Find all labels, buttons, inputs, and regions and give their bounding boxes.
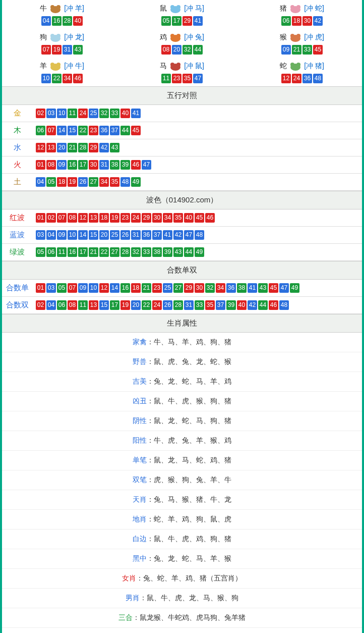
number-ball: 43 (110, 143, 119, 152)
number-ball: 06 (36, 126, 45, 135)
number-ball: 23 (120, 213, 130, 223)
number-ball: 30 (152, 213, 162, 223)
number-ball: 18 (131, 283, 141, 293)
number-ball: 11 (68, 109, 77, 118)
number-ball: 31 (99, 160, 109, 170)
svg-point-10 (50, 34, 54, 38)
number-ball: 35 (205, 300, 215, 310)
svg-point-17 (296, 34, 300, 38)
number-ball: 34 (216, 283, 225, 293)
number-ball: 45 (131, 126, 141, 135)
zodiac-clash: [冲 虎] (304, 33, 324, 42)
main-container: 牛[冲 羊]04162840鼠[冲 马]05172941猪[冲 蛇]061830… (0, 0, 364, 633)
number-ball: 27 (89, 177, 98, 187)
number-ball: 21 (292, 45, 301, 55)
number-ball: 13 (46, 143, 56, 152)
wuxing-table: 金02031011242532334041木060714152223363744… (2, 105, 362, 191)
zodiac-clash: [冲 鼠] (184, 62, 204, 71)
number-ball: 28 (173, 300, 183, 310)
number-ball: 24 (78, 109, 88, 118)
number-ball: 24 (292, 74, 301, 83)
zodiac-balls: 09213345 (242, 45, 362, 55)
number-ball: 30 (89, 160, 98, 170)
row-balls: 1213202128294243 (32, 139, 362, 156)
number-ball: 33 (110, 109, 119, 118)
table-row: 金02031011242532334041 (2, 105, 362, 122)
number-ball: 23 (172, 74, 181, 83)
number-ball: 07 (46, 126, 56, 135)
number-ball: 36 (99, 126, 109, 135)
zodiac-cell: 蛇[冲 猪]12243648 (242, 58, 362, 86)
number-ball: 22 (52, 74, 62, 83)
number-ball: 08 (46, 160, 56, 170)
attr-value: ：鼠龙猴、牛蛇鸡、虎马狗、兔羊猪 (133, 613, 246, 621)
number-ball: 38 (152, 247, 162, 257)
table-row: 合数单0103050709101214161821232527293032343… (2, 280, 362, 297)
number-ball: 14 (57, 126, 67, 135)
number-ball: 08 (161, 45, 171, 55)
number-ball: 20 (131, 300, 141, 310)
number-ball: 19 (52, 45, 62, 55)
number-ball: 40 (73, 16, 83, 26)
number-ball: 02 (46, 213, 56, 223)
number-ball: 03 (46, 109, 56, 118)
number-ball: 47 (279, 283, 289, 293)
number-ball: 37 (152, 230, 162, 240)
zodiac-name: 马 (160, 62, 167, 71)
row-balls: 02031011242532334041 (32, 105, 362, 122)
number-ball: 13 (89, 300, 98, 310)
attr-label: 凶丑 (133, 397, 147, 405)
number-ball: 48 (279, 300, 289, 310)
number-ball: 29 (183, 16, 192, 26)
zodiac-balls: 06183042 (242, 16, 362, 26)
attr-label: 天肖 (133, 495, 147, 503)
number-ball: 40 (237, 300, 247, 310)
zodiac-cell: 牛[冲 羊]04162840 (2, 0, 122, 29)
number-ball: 37 (110, 126, 119, 135)
table-row: 绿波05061116172122272832333839434449 (2, 244, 362, 261)
zodiac-clash: [冲 蛇] (304, 4, 324, 13)
number-ball: 14 (110, 283, 119, 293)
number-ball: 49 (195, 247, 204, 257)
row-label: 绿波 (2, 244, 32, 261)
zodiac-cell: 猪[冲 蛇]06183042 (242, 0, 362, 29)
svg-point-23 (176, 63, 180, 67)
number-ball: 45 (269, 283, 278, 293)
number-ball: 36 (142, 230, 151, 240)
number-ball: 15 (89, 230, 98, 240)
number-ball: 16 (68, 160, 77, 170)
table-row: 合数双0204060811131517192022242628313335373… (2, 297, 362, 314)
number-ball: 21 (89, 247, 98, 257)
row-label: 火 (2, 156, 32, 174)
number-ball: 20 (57, 143, 67, 152)
number-ball: 35 (110, 177, 119, 187)
number-ball: 21 (68, 143, 77, 152)
row-label: 合数双 (2, 297, 32, 314)
attr-value: ：蛇、羊、鸡、狗、鼠、虎 (147, 515, 231, 523)
number-ball: 20 (172, 45, 181, 55)
number-ball: 08 (68, 300, 77, 310)
number-ball: 48 (120, 177, 130, 187)
attr-label: 白边 (133, 535, 147, 543)
number-ball: 49 (131, 177, 141, 187)
zodiac-cell: 猴[冲 虎]09213345 (242, 29, 362, 58)
number-ball: 03 (46, 283, 56, 293)
number-ball: 46 (73, 74, 83, 83)
number-ball: 16 (120, 283, 130, 293)
number-ball: 05 (36, 247, 45, 257)
row-balls: 0108091617303138394647 (32, 156, 362, 174)
number-ball: 29 (142, 213, 151, 223)
heshu-table: 合数单0103050709101214161821232527293032343… (2, 280, 362, 314)
attrs-list: 家禽：牛、马、羊、鸡、狗、猪野兽：鼠、虎、兔、龙、蛇、猴吉美：兔、龙、蛇、马、羊… (2, 333, 362, 633)
attr-row: 白边：鼠、牛、虎、鸡、狗、猪 (2, 530, 362, 549)
number-ball: 18 (99, 213, 109, 223)
number-ball: 19 (68, 177, 77, 187)
zodiac-balls: 05172941 (122, 16, 242, 26)
number-ball: 06 (57, 300, 67, 310)
number-ball: 44 (184, 247, 194, 257)
number-ball: 15 (68, 126, 77, 135)
number-ball: 35 (183, 74, 192, 83)
svg-point-7 (290, 5, 294, 9)
number-ball: 31 (131, 230, 141, 240)
attr-label: 阴性 (133, 416, 147, 425)
